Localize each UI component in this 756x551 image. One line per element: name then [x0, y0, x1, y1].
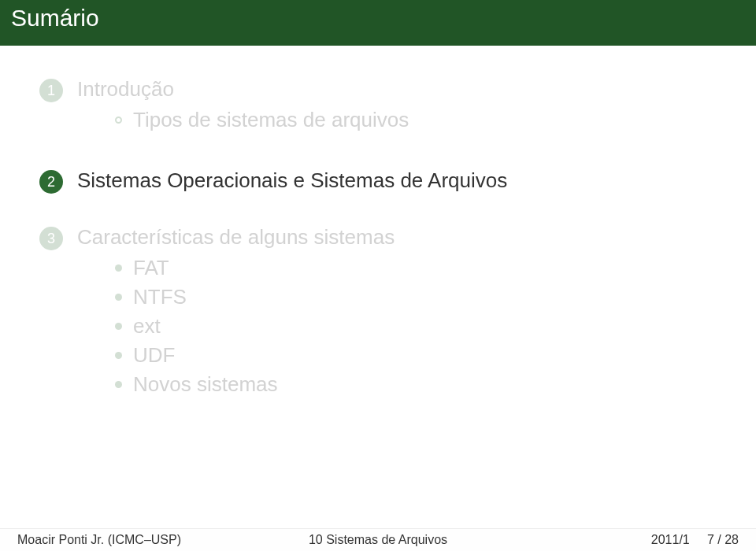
section-3-number-badge: 3: [39, 227, 63, 250]
section-1-subitem-1-label: Tipos de sistemas de arquivos: [133, 108, 409, 132]
bullet-icon: [115, 264, 122, 272]
section-3-subitem-2-label: NTFS: [133, 285, 187, 309]
section-3-subitem-3-label: ext: [133, 314, 161, 338]
section-2: 2 Sistemas Operacionais e Sistemas de Ar…: [39, 168, 717, 194]
slide-title: Sumário: [0, 0, 756, 46]
bullet-icon: [115, 116, 122, 124]
section-2-label: Sistemas Operacionais e Sistemas de Arqu…: [77, 168, 717, 193]
footer-page: 2011/1 7 / 28: [651, 533, 739, 547]
section-3-subitem-5-label: Novos sistemas: [133, 372, 278, 397]
section-3-subitem: UDF: [115, 343, 717, 368]
section-3-subitem-4-label: UDF: [133, 343, 175, 368]
bullet-icon: [115, 323, 122, 330]
bullet-icon: [115, 352, 122, 359]
section-2-number-badge: 2: [39, 170, 63, 194]
section-3-subitem: ext: [115, 314, 717, 338]
section-1-subitem: Tipos de sistemas de arquivos: [115, 108, 717, 132]
section-3-subitem: FAT: [115, 256, 717, 280]
section-1-number-badge: 1: [39, 79, 63, 102]
section-3-subitem: NTFS: [115, 285, 717, 309]
outline-content: 1 Introdução Tipos de sistemas de arquiv…: [0, 46, 756, 551]
section-3: 3 Características de alguns sistemas FAT…: [39, 225, 717, 401]
bullet-icon: [115, 294, 122, 301]
footer-title: 10 Sistemas de Arquivos: [309, 533, 447, 547]
section-1-label: Introdução: [77, 77, 717, 102]
section-1: 1 Introdução Tipos de sistemas de arquiv…: [39, 77, 717, 137]
slide-footer: Moacir Ponti Jr. (ICMC–USP) 10 Sistemas …: [0, 528, 756, 551]
section-3-label: Características de alguns sistemas: [77, 225, 717, 250]
section-3-subitem-1-label: FAT: [133, 256, 169, 280]
footer-author: Moacir Ponti Jr. (ICMC–USP): [17, 533, 181, 547]
section-3-subitem: Novos sistemas: [115, 372, 717, 397]
bullet-icon: [115, 381, 122, 388]
